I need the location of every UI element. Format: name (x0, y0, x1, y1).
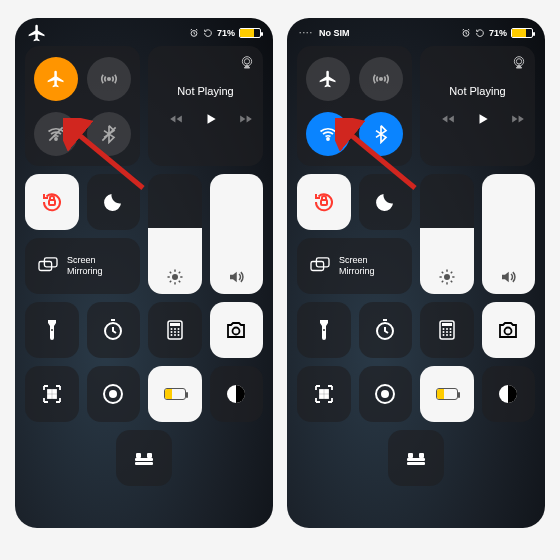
rewind-icon[interactable] (440, 112, 456, 126)
carrier-label: No SIM (319, 28, 350, 38)
svg-point-70 (446, 331, 448, 333)
wifi-toggle[interactable] (34, 112, 78, 156)
svg-rect-34 (53, 390, 56, 393)
svg-point-38 (109, 390, 117, 398)
svg-rect-84 (407, 462, 425, 465)
svg-rect-35 (48, 395, 51, 398)
volume-icon (482, 268, 536, 286)
lock-orientation-status-icon (475, 28, 485, 38)
svg-rect-22 (170, 323, 180, 326)
brightness-slider[interactable] (148, 174, 202, 294)
signal-dots-icon: ···· (299, 28, 313, 38)
forward-icon[interactable] (510, 112, 526, 126)
volume-icon (210, 268, 264, 286)
timer-button[interactable] (359, 302, 413, 358)
svg-point-30 (174, 334, 176, 336)
svg-point-73 (446, 334, 448, 336)
svg-line-13 (170, 272, 172, 274)
svg-point-68 (449, 328, 451, 330)
screen-mirroring-label: Screen Mirroring (339, 255, 400, 277)
orientation-lock-button[interactable] (25, 174, 79, 230)
flashlight-button[interactable] (297, 302, 351, 358)
airplane-mode-toggle[interactable] (306, 57, 350, 101)
screen-record-button[interactable] (87, 366, 141, 422)
svg-point-74 (449, 334, 451, 336)
control-center-panel-left: 71% Not Playing (15, 18, 273, 528)
do-not-disturb-button[interactable] (359, 174, 413, 230)
svg-point-75 (505, 328, 512, 335)
orientation-lock-button[interactable] (297, 174, 351, 230)
battery-percent: 71% (217, 28, 235, 38)
camera-button[interactable] (210, 302, 264, 358)
qr-scanner-button[interactable] (297, 366, 351, 422)
do-not-disturb-button[interactable] (87, 174, 141, 230)
status-bar: ···· No SIM 71% (287, 18, 545, 44)
airplay-icon[interactable] (239, 54, 255, 70)
wifi-toggle[interactable] (306, 112, 350, 156)
now-playing-tile[interactable]: Not Playing (420, 46, 535, 166)
svg-rect-43 (147, 453, 152, 458)
svg-line-15 (170, 281, 172, 283)
svg-line-57 (451, 281, 453, 283)
svg-point-23 (170, 328, 172, 330)
dark-mode-button[interactable] (482, 366, 536, 422)
sleep-mode-button[interactable] (388, 430, 444, 486)
svg-rect-65 (442, 323, 452, 326)
svg-rect-79 (325, 395, 328, 398)
bluetooth-toggle[interactable] (87, 112, 131, 156)
calculator-button[interactable] (420, 302, 474, 358)
svg-rect-7 (49, 200, 55, 205)
svg-point-47 (327, 137, 329, 139)
svg-rect-36 (53, 395, 56, 398)
timer-button[interactable] (87, 302, 141, 358)
svg-point-19 (51, 329, 53, 331)
sleep-mode-button[interactable] (116, 430, 172, 486)
svg-rect-77 (325, 390, 328, 393)
calculator-button[interactable] (148, 302, 202, 358)
dark-mode-button[interactable] (210, 366, 264, 422)
svg-point-31 (177, 334, 179, 336)
svg-line-14 (179, 281, 181, 283)
volume-slider[interactable] (210, 174, 264, 294)
svg-point-32 (233, 328, 240, 335)
svg-point-25 (177, 328, 179, 330)
brightness-slider[interactable] (420, 174, 474, 294)
battery-low-icon (164, 388, 186, 400)
cellular-data-toggle[interactable] (87, 57, 131, 101)
flashlight-button[interactable] (25, 302, 79, 358)
screen-mirroring-icon (309, 257, 331, 275)
svg-rect-41 (135, 462, 153, 465)
qr-scanner-button[interactable] (25, 366, 79, 422)
svg-rect-86 (419, 453, 424, 458)
bluetooth-toggle[interactable] (359, 112, 403, 156)
screen-mirroring-label: Screen Mirroring (67, 255, 128, 277)
svg-point-66 (442, 328, 444, 330)
now-playing-tile[interactable]: Not Playing (148, 46, 263, 166)
play-icon[interactable] (204, 111, 218, 127)
svg-point-28 (177, 331, 179, 333)
volume-slider[interactable] (482, 174, 536, 294)
svg-rect-85 (408, 453, 413, 458)
svg-point-8 (172, 274, 178, 280)
camera-button[interactable] (482, 302, 536, 358)
svg-rect-50 (321, 200, 327, 205)
screen-mirroring-button[interactable]: Screen Mirroring (25, 238, 140, 294)
screen-record-button[interactable] (359, 366, 413, 422)
svg-point-67 (446, 328, 448, 330)
airplay-icon[interactable] (511, 54, 527, 70)
play-icon[interactable] (476, 111, 490, 127)
svg-line-59 (451, 272, 453, 274)
low-power-mode-button[interactable] (420, 366, 474, 422)
airplane-mode-toggle[interactable] (34, 57, 78, 101)
battery-icon (239, 28, 261, 38)
battery-low-icon (436, 388, 458, 400)
svg-point-69 (442, 331, 444, 333)
svg-point-71 (449, 331, 451, 333)
low-power-mode-button[interactable] (148, 366, 202, 422)
svg-point-29 (170, 334, 172, 336)
cellular-data-toggle[interactable] (359, 57, 403, 101)
svg-line-56 (442, 272, 444, 274)
screen-mirroring-button[interactable]: Screen Mirroring (297, 238, 412, 294)
rewind-icon[interactable] (168, 112, 184, 126)
forward-icon[interactable] (238, 112, 254, 126)
